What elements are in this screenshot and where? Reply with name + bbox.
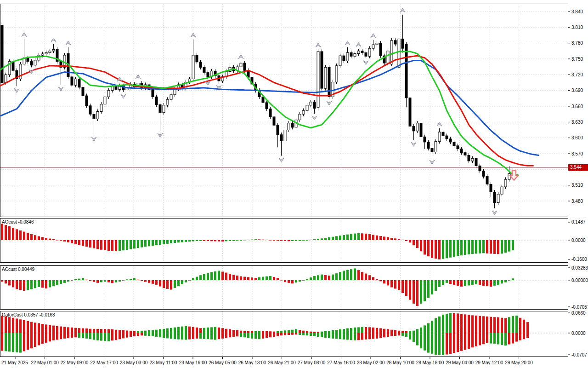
histogram-bar xyxy=(394,280,396,289)
histogram-bar xyxy=(313,276,316,280)
ac-indicator-pane[interactable] xyxy=(0,266,568,310)
histogram-bar xyxy=(468,280,470,286)
histogram-bar xyxy=(196,328,198,333)
histogram-bar xyxy=(354,333,356,340)
histogram-bar xyxy=(96,240,99,249)
trading-chart-window: 3.8403.8103.7803.7503.7203.6903.6603.630… xyxy=(0,0,588,368)
histogram-bar xyxy=(5,280,7,283)
histogram-bar xyxy=(343,271,345,281)
histogram-bar xyxy=(74,279,77,281)
histogram-bar xyxy=(196,240,198,241)
histogram-bar xyxy=(390,238,393,240)
histogram-bar xyxy=(497,333,499,345)
candle-body xyxy=(464,153,466,155)
histogram-bar xyxy=(273,277,275,280)
histogram-bar xyxy=(405,280,407,296)
candle-body xyxy=(299,114,301,120)
histogram-bar xyxy=(346,235,349,240)
histogram-bar xyxy=(497,317,499,333)
histogram-bar xyxy=(508,333,510,345)
candle-body xyxy=(350,52,352,56)
histogram-bar xyxy=(8,333,11,351)
candle-body xyxy=(354,54,356,57)
histogram-bar xyxy=(486,280,488,286)
candle-body xyxy=(420,123,422,137)
ao-indicator-pane[interactable] xyxy=(0,218,568,263)
main-price-pane-background[interactable] xyxy=(0,4,568,217)
histogram-bar xyxy=(394,238,396,240)
axis-tick-label: 3.660 xyxy=(571,104,583,109)
histogram-bar xyxy=(398,239,400,240)
histogram-bar xyxy=(438,240,441,259)
histogram-bar xyxy=(196,333,198,339)
candle-body xyxy=(52,49,55,51)
histogram-bar xyxy=(457,280,459,286)
histogram-bar xyxy=(148,330,150,333)
histogram-bar xyxy=(431,280,433,294)
gator-indicator-pane[interactable] xyxy=(0,311,568,357)
histogram-bar xyxy=(339,329,341,333)
axis-tick-label: 3.840 xyxy=(571,9,583,14)
price-axis[interactable]: 3.8403.8103.7803.7503.7203.6903.6603.630… xyxy=(568,9,588,357)
candle-body xyxy=(446,136,448,139)
time-tick-label: 27 May 16:00 xyxy=(327,360,355,365)
histogram-bar xyxy=(107,329,110,333)
histogram-bar xyxy=(221,333,224,339)
histogram-bar xyxy=(471,333,474,347)
histogram-bar xyxy=(431,321,433,333)
histogram-bar xyxy=(277,333,279,336)
histogram-bar xyxy=(119,330,121,333)
histogram-bar xyxy=(16,319,18,334)
histogram-bar xyxy=(111,329,113,333)
histogram-bar xyxy=(343,333,345,339)
histogram-bar xyxy=(214,327,216,333)
histogram-bar xyxy=(405,240,407,241)
histogram-bar xyxy=(387,333,389,337)
histogram-bar xyxy=(317,239,319,240)
histogram-bar xyxy=(420,333,422,348)
histogram-bar xyxy=(225,333,227,338)
histogram-bar xyxy=(89,333,91,339)
histogram-bar xyxy=(96,333,99,340)
histogram-bar xyxy=(394,330,396,333)
histogram-bar xyxy=(41,324,44,333)
candle-body xyxy=(335,66,338,82)
histogram-bar xyxy=(221,272,224,281)
histogram-bar xyxy=(387,329,389,333)
histogram-bar xyxy=(115,240,117,251)
histogram-bar xyxy=(60,333,62,339)
histogram-bar xyxy=(38,236,40,240)
histogram-bar xyxy=(243,277,246,280)
histogram-bar xyxy=(368,333,371,339)
histogram-bar xyxy=(490,333,492,344)
histogram-bar xyxy=(284,333,286,335)
histogram-bar xyxy=(93,329,95,333)
histogram-bar xyxy=(372,328,374,333)
histogram-bar xyxy=(332,333,334,339)
histogram-bar xyxy=(427,280,430,298)
histogram-bar xyxy=(335,333,338,339)
histogram-bar xyxy=(23,280,25,291)
ac-indicator-pane-background[interactable] xyxy=(0,266,568,310)
candle-body xyxy=(453,142,455,146)
histogram-bar xyxy=(343,329,345,333)
chart-canvas[interactable]: 3.8403.8103.7803.7503.7203.6903.6603.630… xyxy=(0,0,588,368)
histogram-bar xyxy=(357,333,360,340)
histogram-bar xyxy=(350,269,352,280)
candle-body xyxy=(449,139,452,142)
histogram-bar xyxy=(512,316,514,333)
histogram-bar xyxy=(460,280,463,287)
time-axis[interactable]: 21 May 202522 May 01:0022 May 09:0022 Ma… xyxy=(1,357,533,366)
histogram-bar xyxy=(332,275,334,280)
histogram-bar xyxy=(493,333,496,344)
histogram-bar xyxy=(85,328,88,333)
main-price-pane[interactable] xyxy=(0,4,569,217)
histogram-bar xyxy=(89,240,91,247)
histogram-bar xyxy=(468,315,470,333)
histogram-bar xyxy=(93,280,95,282)
histogram-bar xyxy=(74,328,77,333)
candle-body xyxy=(262,97,264,103)
histogram-bar xyxy=(526,322,529,333)
histogram-bar xyxy=(420,280,422,304)
candle-body xyxy=(310,102,312,105)
